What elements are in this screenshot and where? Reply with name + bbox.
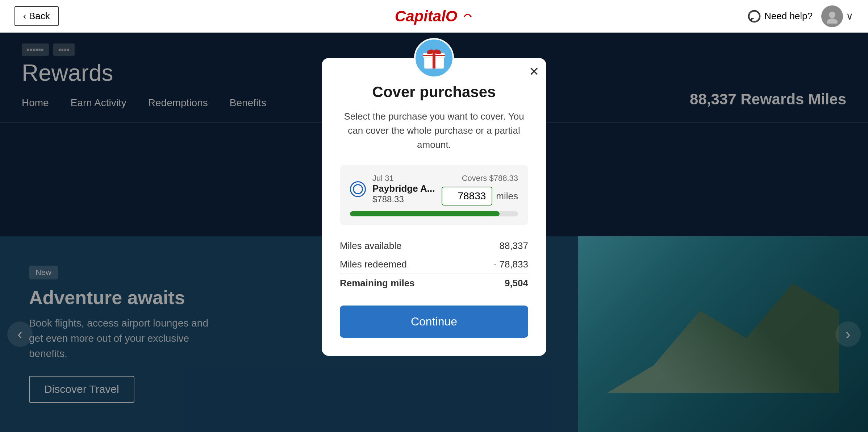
header-right: Need help? ∨ [748, 5, 854, 27]
need-help-button[interactable]: Need help? [748, 10, 813, 23]
progress-bar-fill [350, 211, 500, 216]
purchase-date: Jul 31 [372, 174, 435, 183]
logo: CapitalO [395, 8, 473, 25]
svg-point-2 [829, 12, 835, 18]
miles-summary: Miles available 88,337 Miles redeemed - … [340, 237, 528, 292]
purchase-header: Jul 31 Paybridge A... $788.33 Covers $78… [350, 174, 518, 205]
cover-purchases-modal: ✕ Cover purchases Select the purchase yo… [322, 58, 546, 356]
miles-input[interactable] [442, 187, 492, 205]
purchase-amount: $788.33 [372, 194, 435, 204]
back-button[interactable]: ‹ Back [14, 6, 59, 26]
miles-redeemed-row: Miles redeemed - 78,833 [340, 255, 528, 274]
modal-title: Cover purchases [340, 83, 528, 101]
logo-text: Capital [395, 8, 446, 25]
chat-icon [748, 10, 761, 23]
continue-button[interactable]: Continue [340, 306, 528, 338]
purchase-card: Jul 31 Paybridge A... $788.33 Covers $78… [340, 165, 528, 225]
progress-bar-container [350, 211, 518, 216]
logo-swoosh [462, 12, 473, 22]
need-help-label: Need help? [764, 11, 813, 22]
avatar-area[interactable]: ∨ [821, 5, 854, 27]
header: ‹ Back CapitalO Need help? ∨ [0, 0, 868, 33]
page-background: ▪▪▪▪▪▪ ▪▪▪▪ Rewards Home Earn Activity R… [0, 33, 868, 432]
user-icon [825, 9, 839, 24]
miles-available-label: Miles available [340, 240, 402, 252]
miles-available-row: Miles available 88,337 [340, 237, 528, 255]
miles-available-value: 88,337 [499, 240, 528, 252]
avatar [821, 5, 843, 27]
purchase-info: Jul 31 Paybridge A... $788.33 [372, 174, 435, 204]
miles-redeemed-value: - 78,833 [494, 259, 528, 270]
modal-close-button[interactable]: ✕ [529, 65, 539, 78]
covers-label: Covers $788.33 [462, 174, 518, 183]
chevron-down-icon: ∨ [846, 10, 854, 22]
svg-point-1 [749, 11, 759, 21]
purchase-name: Paybridge A... [372, 183, 435, 194]
modal-overlay: ✕ Cover purchases Select the purchase yo… [0, 33, 868, 432]
modal-description: Select the purchase you want to cover. Y… [340, 109, 528, 152]
miles-unit-label: miles [496, 191, 518, 202]
miles-input-row: miles [442, 187, 518, 205]
svg-rect-7 [423, 55, 445, 56]
miles-remaining-row: Remaining miles 9,504 [340, 274, 528, 292]
modal-gift-icon [414, 38, 454, 78]
back-label: ‹ Back [23, 11, 50, 22]
svg-point-3 [827, 18, 838, 24]
miles-remaining-label: Remaining miles [340, 278, 415, 289]
radio-button[interactable] [350, 181, 366, 197]
purchase-left: Jul 31 Paybridge A... $788.33 [350, 174, 435, 204]
svg-point-10 [432, 51, 436, 54]
purchase-right: Covers $788.33 miles [442, 174, 518, 205]
gift-icon [421, 45, 447, 71]
logo-accent: O [446, 8, 458, 25]
miles-redeemed-label: Miles redeemed [340, 259, 407, 270]
miles-remaining-value: 9,504 [505, 278, 528, 289]
